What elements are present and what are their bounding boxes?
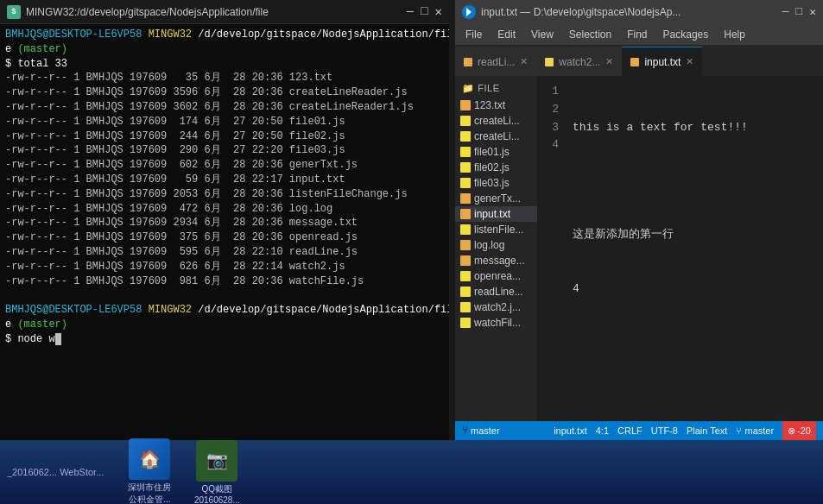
file-name-openread: openrea... — [474, 270, 521, 282]
term-line-15: -rw-r--r-- 1 BMHJQS 197609 375 6月 28 20:… — [5, 230, 444, 245]
file-icon-input — [630, 58, 639, 66]
terminal-body[interactable]: BMHJQS@DESKTOP-LE6VP58 MINGW32 /d/develo… — [0, 24, 449, 440]
editor-line-1: this is a text for test!!! — [573, 119, 823, 137]
file-item-readline[interactable]: readLine... — [455, 284, 537, 299]
file-item-123txt[interactable]: 123.txt — [455, 98, 537, 113]
file-item-message[interactable]: message... — [455, 253, 537, 268]
file-name-file01: file01.js — [474, 146, 510, 158]
file-icon-readli — [464, 58, 472, 66]
menu-packages[interactable]: Packages — [656, 27, 716, 42]
git-branch-name[interactable]: master — [471, 425, 500, 436]
status-language[interactable]: Plain Text — [687, 425, 728, 436]
tab-input-close[interactable]: ✕ — [686, 56, 693, 67]
status-line-ending[interactable]: CRLF — [617, 425, 643, 436]
terminal-controls[interactable]: — □ ✕ — [407, 4, 442, 19]
term-line-6: -rw-r--r-- 1 BMHJQS 197609 3602 6月 28 20… — [5, 100, 444, 115]
tab-watch2-label: watch2... — [559, 56, 600, 68]
line-num-3: 3 — [538, 119, 559, 137]
statusbar-right: input.txt 4:1 CRLF UTF-8 Plain Text ⑂ ma… — [554, 421, 816, 440]
tab-readli-close[interactable]: ✕ — [520, 56, 528, 67]
file-icon-watchfil — [460, 318, 471, 328]
vscode-app-icon — [462, 5, 476, 19]
vscode-window: input.txt — D:\develop\gitspace\NodejsAp… — [455, 0, 823, 440]
file-icon-genertx — [460, 193, 471, 204]
file-name-createli1: createLi... — [474, 115, 520, 127]
file-name-message: message... — [474, 255, 525, 267]
tab-readli[interactable]: readLi... ✕ — [455, 47, 536, 76]
editor-area[interactable]: 1 2 3 4 this is a text for test!!! 这是新添加… — [538, 76, 823, 421]
menu-selection[interactable]: Selection — [562, 27, 618, 42]
vscode-close-button[interactable]: ✕ — [809, 5, 816, 19]
terminal-icon: $ — [7, 5, 21, 19]
file-item-file03[interactable]: file03.js — [455, 175, 537, 191]
term-line-19 — [5, 288, 444, 303]
maximize-button[interactable]: □ — [421, 4, 427, 19]
tab-input-txt[interactable]: input.txt ✕ — [622, 47, 702, 76]
file-item-createli2[interactable]: createLi... — [455, 129, 537, 144]
term-line-10: -rw-r--r-- 1 BMHJQS 197609 602 6月 28 20:… — [5, 158, 444, 173]
vscode-maximize-button[interactable]: □ — [795, 5, 802, 19]
menu-file[interactable]: File — [459, 27, 489, 42]
status-encoding[interactable]: UTF-8 — [651, 425, 678, 436]
taskbar-icon-qqshot: 📷 — [196, 440, 237, 482]
tab-readli-label: readLi... — [478, 56, 515, 68]
file-icon-file01 — [460, 147, 471, 157]
taskbar-label-qqshot: QQ截图20160628... — [187, 483, 247, 505]
file-icon-message — [460, 255, 471, 266]
file-item-file02[interactable]: file02.js — [455, 160, 537, 175]
file-item-watch2js[interactable]: watch2.j... — [455, 299, 537, 315]
vscode-titlebar-left: input.txt — D:\develop\gitspace\NodejsAp… — [462, 5, 681, 19]
fund-icon-symbol: 🏠 — [139, 449, 161, 470]
file-item-listenfile[interactable]: listenFile... — [455, 222, 537, 237]
editor-line-2 — [573, 173, 823, 191]
file-item-file01[interactable]: file01.js — [455, 144, 537, 160]
tab-watch2[interactable]: watch2... ✕ — [536, 47, 622, 76]
file-name-loglog: log.log — [474, 239, 504, 251]
file-icon-readline — [460, 287, 471, 297]
term-line-9: -rw-r--r-- 1 BMHJQS 197609 290 6月 27 22:… — [5, 143, 444, 158]
error-code: -20 — [797, 425, 811, 436]
qqshot-icon-symbol: 📷 — [206, 450, 228, 471]
close-button[interactable]: ✕ — [435, 4, 442, 19]
vscode-controls[interactable]: — □ ✕ — [782, 5, 816, 19]
file-item-watchfil[interactable]: watchFil... — [455, 315, 537, 331]
vscode-body: 📁 file 123.txt createLi... createLi... f… — [455, 76, 823, 421]
taskbar: _2016062... WebStor... 🏠 深圳市住房公积金管... 📷 … — [0, 440, 823, 504]
git-branch-icon: ⑂ — [462, 425, 468, 437]
editor-content: 1 2 3 4 this is a text for test!!! 这是新添加… — [538, 76, 823, 421]
file-name-watchfil: watchFil... — [474, 317, 521, 329]
file-name-genertx: generTx... — [474, 192, 521, 205]
term-line-12: -rw-r--r-- 1 BMHJQS 197609 2053 6月 28 20… — [5, 187, 444, 202]
status-error-badge: ⊗ -20 — [782, 421, 816, 440]
vscode-minimize-button[interactable]: — — [782, 5, 789, 19]
menu-find[interactable]: Find — [620, 27, 654, 42]
menu-help[interactable]: Help — [717, 27, 752, 42]
minimize-button[interactable]: — — [407, 4, 414, 19]
tab-input-label: input.txt — [644, 56, 681, 68]
taskbar-label-fund: 深圳市住房公积金管... — [119, 482, 180, 504]
term-line-1: BMHJQS@DESKTOP-LE6VP58 MINGW32 /d/develo… — [5, 28, 444, 42]
file-name-readline: readLine... — [474, 286, 523, 298]
file-icon-watch2js — [460, 302, 471, 312]
file-item-genertx[interactable]: generTx... — [455, 191, 537, 206]
file-item-createli1[interactable]: createLi... — [455, 113, 537, 129]
editor-text[interactable]: this is a text for test!!! 这是新添加的第一行 4 — [564, 76, 823, 421]
window-separator — [449, 0, 455, 440]
vscode-tabs: readLi... ✕ watch2... ✕ input.txt ✕ — [455, 45, 823, 76]
taskbar-icon-fund: 🏠 — [129, 438, 170, 480]
editor-line-3: 这是新添加的第一行 — [573, 226, 823, 244]
taskbar-app-shenzhenfund[interactable]: 🏠 深圳市住房公积金管... — [119, 438, 180, 504]
file-name-file03: file03.js — [474, 177, 510, 189]
taskbar-app-qqshot[interactable]: 📷 QQ截图20160628... — [187, 440, 247, 505]
file-item-loglog[interactable]: log.log — [455, 237, 537, 253]
error-icon: ⊗ — [788, 425, 795, 437]
tab-watch2-close[interactable]: ✕ — [605, 56, 613, 67]
file-item-inputtxt[interactable]: input.txt — [455, 206, 537, 222]
terminal-cursor — [55, 333, 61, 345]
file-item-openread[interactable]: openrea... — [455, 268, 537, 284]
status-position[interactable]: 4:1 — [596, 425, 609, 436]
menu-edit[interactable]: Edit — [491, 27, 522, 42]
menu-view[interactable]: View — [524, 27, 560, 42]
terminal-titlebar: $ MINGW32:/d/develop/gitspace/NodejsAppl… — [0, 0, 449, 24]
git-status[interactable]: ⑂ master — [462, 425, 500, 437]
